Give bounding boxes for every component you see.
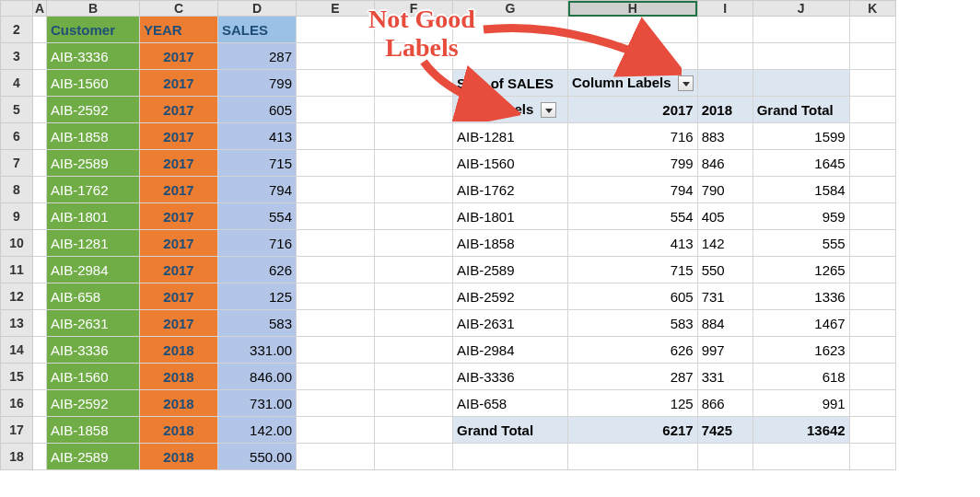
cell-E3[interactable] <box>297 43 375 70</box>
source-year[interactable]: 2018 <box>140 417 218 444</box>
source-sales[interactable]: 142.00 <box>218 417 297 444</box>
pivot-year-2018[interactable]: 2018 <box>697 97 752 123</box>
source-sales[interactable]: 794 <box>218 177 297 203</box>
row-header-7[interactable]: 7 <box>1 150 33 177</box>
source-sales[interactable]: 715 <box>218 150 297 177</box>
col-header-A[interactable]: A <box>33 1 47 17</box>
source-customer[interactable]: AIB-1560 <box>47 70 140 97</box>
pivot-row-total[interactable]: 1265 <box>752 257 849 283</box>
source-customer[interactable]: AIB-658 <box>47 283 140 310</box>
cell-F16[interactable] <box>375 390 453 417</box>
cell-K17[interactable] <box>849 417 895 444</box>
cell-K5[interactable] <box>849 97 895 123</box>
source-year[interactable]: 2017 <box>140 43 218 70</box>
row-header-2[interactable]: 2 <box>1 17 33 43</box>
cell-E18[interactable] <box>297 444 375 470</box>
cell-K18[interactable] <box>849 444 895 470</box>
cell-A17[interactable] <box>33 417 47 444</box>
cell-K14[interactable] <box>849 337 895 364</box>
cell-E12[interactable] <box>297 283 375 310</box>
pivot-value-2017[interactable]: 413 <box>568 230 698 257</box>
pivot-value-2018[interactable]: 846 <box>697 150 752 177</box>
pivot-row-total[interactable]: 1336 <box>752 283 849 310</box>
cell-A5[interactable] <box>33 97 47 123</box>
cell-K16[interactable] <box>849 390 895 417</box>
cell-K8[interactable] <box>849 177 895 203</box>
source-customer[interactable]: AIB-1858 <box>47 417 140 444</box>
source-sales[interactable]: 583 <box>218 310 297 337</box>
pivot-total-2018[interactable]: 7425 <box>697 417 752 444</box>
header-customer[interactable]: Customer <box>47 17 140 43</box>
col-header-B[interactable]: B <box>47 1 140 17</box>
pivot-row-label[interactable]: AIB-1858 <box>453 230 568 257</box>
row-header-11[interactable]: 11 <box>1 257 33 283</box>
cell-A6[interactable] <box>33 123 47 150</box>
cell-F13[interactable] <box>375 310 453 337</box>
cell-F12[interactable] <box>375 283 453 310</box>
pivot-row-label[interactable]: AIB-2589 <box>453 257 568 283</box>
pivot-row-total[interactable]: 1584 <box>752 177 849 203</box>
pivot-value-2018[interactable]: 331 <box>697 364 752 390</box>
pivot-value-2017[interactable]: 605 <box>568 283 698 310</box>
row-header-10[interactable]: 10 <box>1 230 33 257</box>
cell-J4[interactable] <box>752 70 849 97</box>
cell-J2[interactable] <box>752 17 849 43</box>
source-sales[interactable]: 846.00 <box>218 364 297 390</box>
row-header-12[interactable]: 12 <box>1 283 33 310</box>
cell-K9[interactable] <box>849 203 895 230</box>
cell-A11[interactable] <box>33 257 47 283</box>
cell-E6[interactable] <box>297 123 375 150</box>
cell-F10[interactable] <box>375 230 453 257</box>
cell-E17[interactable] <box>297 417 375 444</box>
pivot-value-2018[interactable]: 731 <box>697 283 752 310</box>
source-year[interactable]: 2017 <box>140 310 218 337</box>
cell-A9[interactable] <box>33 203 47 230</box>
col-header-K[interactable]: K <box>849 1 895 17</box>
pivot-row-total[interactable]: 1645 <box>752 150 849 177</box>
row-header-9[interactable]: 9 <box>1 203 33 230</box>
source-year[interactable]: 2017 <box>140 257 218 283</box>
source-customer[interactable]: AIB-2592 <box>47 390 140 417</box>
pivot-row-label[interactable]: AIB-2631 <box>453 310 568 337</box>
source-sales[interactable]: 287 <box>218 43 297 70</box>
row-header-18[interactable]: 18 <box>1 444 33 470</box>
pivot-total-2017[interactable]: 6217 <box>568 417 698 444</box>
source-sales[interactable]: 626 <box>218 257 297 283</box>
pivot-grand-total-label[interactable]: Grand Total <box>453 417 568 444</box>
cell-K3[interactable] <box>849 43 895 70</box>
cell-E13[interactable] <box>297 310 375 337</box>
cell-F14[interactable] <box>375 337 453 364</box>
cell-K6[interactable] <box>849 123 895 150</box>
cell-E11[interactable] <box>297 257 375 283</box>
source-customer[interactable]: AIB-2592 <box>47 97 140 123</box>
cell-K4[interactable] <box>849 70 895 97</box>
pivot-value-2017[interactable]: 125 <box>568 390 698 417</box>
pivot-row-label[interactable]: AIB-3336 <box>453 364 568 390</box>
pivot-row-labels[interactable]: Row Labels <box>453 97 568 123</box>
pivot-value-2017[interactable]: 799 <box>568 150 698 177</box>
source-year[interactable]: 2017 <box>140 230 218 257</box>
row-labels-dropdown-icon[interactable] <box>541 102 556 118</box>
cell-F17[interactable] <box>375 417 453 444</box>
row-header-6[interactable]: 6 <box>1 123 33 150</box>
cell-K11[interactable] <box>849 257 895 283</box>
source-sales[interactable]: 799 <box>218 70 297 97</box>
source-sales[interactable]: 605 <box>218 97 297 123</box>
row-header-16[interactable]: 16 <box>1 390 33 417</box>
col-header-D[interactable]: D <box>218 1 297 17</box>
cell-F9[interactable] <box>375 203 453 230</box>
cell-J3[interactable] <box>752 43 849 70</box>
source-year[interactable]: 2017 <box>140 177 218 203</box>
cell-K2[interactable] <box>849 17 895 43</box>
source-sales[interactable]: 550.00 <box>218 444 297 470</box>
cell-E2[interactable] <box>297 17 375 43</box>
pivot-value-2017[interactable]: 583 <box>568 310 698 337</box>
cell-H3[interactable] <box>568 43 698 70</box>
cell-G18[interactable] <box>453 444 568 470</box>
cell-I18[interactable] <box>697 444 752 470</box>
cell-A7[interactable] <box>33 150 47 177</box>
pivot-row-label[interactable]: AIB-1762 <box>453 177 568 203</box>
pivot-column-labels[interactable]: Column Labels <box>568 70 698 97</box>
source-customer[interactable]: AIB-1762 <box>47 177 140 203</box>
source-customer[interactable]: AIB-1858 <box>47 123 140 150</box>
